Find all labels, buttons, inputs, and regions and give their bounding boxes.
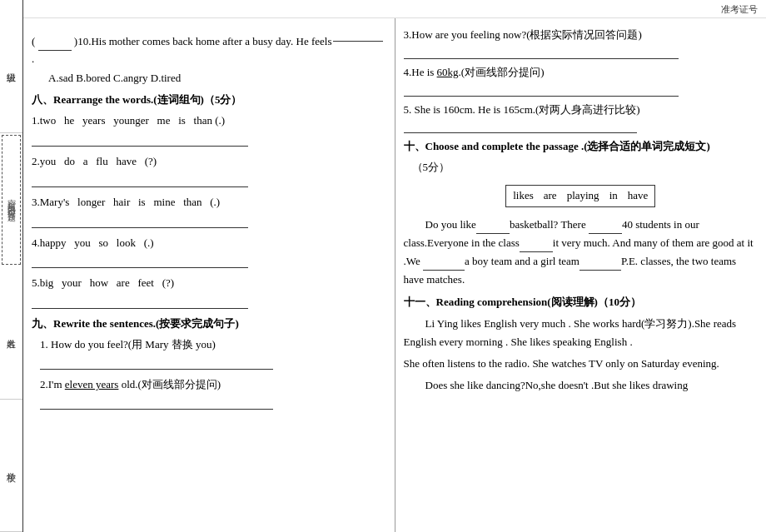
s8-q4-line bbox=[32, 255, 248, 268]
word-box: likes are playing in have bbox=[505, 185, 655, 207]
word-have: have bbox=[628, 187, 649, 205]
q10-body: )10.His mother comes back home after a b… bbox=[32, 35, 383, 65]
sidebar-school-label: 学校 bbox=[0, 400, 22, 533]
section11: 十一、Reading comprehension(阅读理解)（10分） Li Y… bbox=[404, 294, 759, 395]
r-q4-line bbox=[404, 83, 679, 97]
q10-choices: A.sad B.bored C.angry D.tired bbox=[48, 70, 386, 87]
section11-title: 十一、Reading comprehension(阅读理解)（10分） bbox=[404, 294, 759, 311]
passage-text-1: Do you likebasketball? There 40 students… bbox=[404, 216, 759, 289]
section8-title: 八、Rearrange the words.(连词组句)（5分） bbox=[32, 92, 386, 109]
left-panel: ( )10.His mother comes back home after a… bbox=[23, 18, 395, 532]
s9-q2-line bbox=[40, 396, 273, 410]
content-area: ( )10.His mother comes back home after a… bbox=[23, 18, 766, 532]
blank2 bbox=[589, 222, 622, 234]
s8-q3-line bbox=[32, 215, 248, 228]
blank5 bbox=[579, 259, 621, 271]
main-content: 准考证号 ( )10.His mother comes back home af… bbox=[23, 0, 766, 532]
sidebar: 班级 密 封 线 内 不 得 答 题 姓名 学校 bbox=[0, 0, 23, 532]
passage-p2: She often listens to the radio. She watc… bbox=[404, 355, 759, 373]
s8-q1: 1.two he years younger me is than (.) bbox=[32, 112, 386, 130]
exam-id-label: 准考证号 bbox=[721, 3, 758, 16]
passage-p3: Does she like dancing?No,she doesn't .Bu… bbox=[404, 376, 759, 395]
s8-q2-line bbox=[32, 174, 248, 187]
s8-q3: 3.Mary's longer hair is mine than (.) bbox=[32, 194, 386, 211]
s9-q2: 2.I'm eleven years old.(对画线部分提问) bbox=[40, 376, 386, 394]
blank4 bbox=[423, 259, 465, 271]
r-q5-line bbox=[404, 120, 637, 133]
s9-q1-line bbox=[40, 356, 273, 370]
sidebar-class-label: 班级 bbox=[0, 0, 22, 133]
section8: 八、Rearrange the words.(连词组句)（5分） 1.two h… bbox=[32, 92, 386, 309]
s8-q5-line bbox=[32, 296, 248, 309]
r-q4-underline: 60kg bbox=[437, 66, 459, 78]
section9-title: 九、Rewrite the sentences.(按要求完成句子) bbox=[32, 316, 386, 333]
s8-q2: 2.you do a flu have (?) bbox=[32, 153, 386, 171]
word-are: are bbox=[544, 187, 557, 205]
word-likes: likes bbox=[513, 187, 534, 205]
q10-text: ( )10.His mother comes back home after a… bbox=[32, 27, 386, 68]
r-q3-line bbox=[404, 46, 679, 59]
word-box-container: likes are playing in have bbox=[404, 180, 759, 212]
s8-q1-line bbox=[32, 133, 248, 147]
blank3 bbox=[520, 241, 553, 252]
passage-p1: Li Ying likes English very much . She wo… bbox=[404, 315, 759, 351]
s8-q4: 4.happy you so look (.) bbox=[32, 235, 386, 252]
s8-q5: 5.big your how are feet (?) bbox=[32, 275, 386, 292]
s9-q1: 1. How do you feel?(用 Mary 替换 you) bbox=[40, 336, 386, 354]
blank1 bbox=[476, 222, 510, 234]
word-in: in bbox=[609, 187, 618, 205]
section9: 九、Rewrite the sentences.(按要求完成句子) 1. How… bbox=[32, 316, 386, 409]
sidebar-name-label: 姓名 bbox=[0, 266, 22, 400]
r-q5-text: 5. She is 160cm. He is 165cm.(对两人身高进行比较) bbox=[404, 102, 759, 119]
s9-q2-underline: eleven years bbox=[65, 378, 119, 390]
r-q4-text: 4.He is 60kg.(对画线部分提问) bbox=[404, 64, 759, 82]
r-q3-text: 3.How are you feeling now?(根据实际情况回答问题) bbox=[404, 27, 759, 44]
right-panel: 3.How are you feeling now?(根据实际情况回答问题) 4… bbox=[395, 18, 767, 532]
top-bar: 准考证号 bbox=[23, 0, 766, 18]
word-playing: playing bbox=[567, 187, 599, 205]
sidebar-sealed-text: 密 封 线 内 不 得 答 题 bbox=[2, 135, 21, 266]
section10-subtitle: （5分） bbox=[412, 159, 759, 177]
q10-paren: ( bbox=[32, 35, 35, 47]
q10-blank bbox=[38, 39, 72, 51]
section10-title: 十、Choose and complete the passage .(选择合适… bbox=[404, 138, 759, 156]
section10: 十、Choose and complete the passage .(选择合适… bbox=[404, 138, 759, 289]
